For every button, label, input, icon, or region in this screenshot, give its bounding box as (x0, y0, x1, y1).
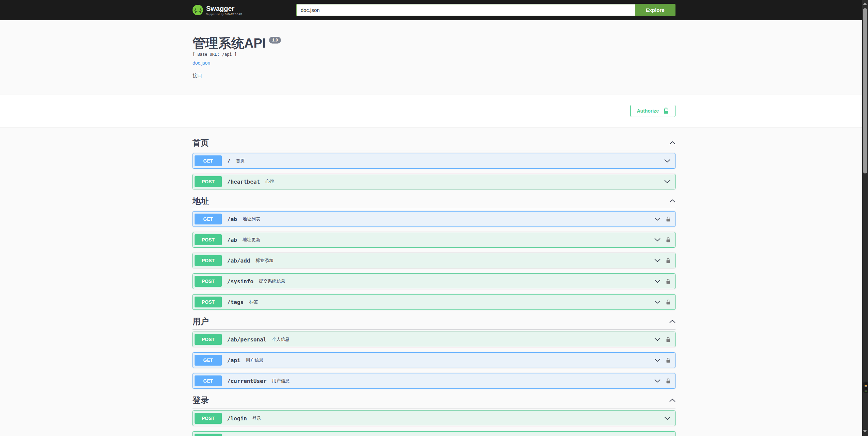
minimap-mark (865, 388, 867, 388)
endpoint-row[interactable]: POST/ab/personal个人信息 (193, 332, 675, 347)
chevron-up-icon[interactable] (669, 199, 675, 203)
chevron-down-icon[interactable] (654, 300, 661, 304)
endpoint-summary: 提交系统信息 (259, 278, 285, 284)
api-tag-section: 地址GET/ab地址列表POST/ab地址更新POST/ab/add标签添加PO… (193, 195, 675, 310)
lock-icon[interactable] (666, 299, 670, 305)
chevron-down-icon[interactable] (664, 159, 670, 163)
endpoint-path: /ab/personal (227, 336, 267, 343)
endpoint-path: /login (227, 415, 247, 422)
chevron-down-icon[interactable] (654, 259, 661, 262)
chevron-down-icon[interactable] (654, 238, 661, 241)
section-title: 登录 (193, 395, 209, 405)
scroll-up-arrow-icon[interactable] (863, 2, 867, 5)
endpoint-row[interactable]: POST/heartbeat心跳 (193, 174, 675, 189)
minimap-mark (865, 386, 867, 387)
method-badge: POST (195, 276, 222, 287)
spec-url-input[interactable] (296, 4, 635, 16)
scroll-down-arrow-icon[interactable] (863, 430, 867, 433)
lock-icon[interactable] (666, 378, 670, 384)
endpoint-row[interactable]: GET/api用户信息 (193, 352, 675, 368)
swagger-logo-icon: {…} (193, 5, 203, 15)
api-tag-section: 用户POST/ab/personal个人信息GET/api用户信息GET/cur… (193, 315, 675, 389)
lock-icon[interactable] (666, 357, 670, 363)
method-badge: POST (195, 334, 222, 345)
minimap-mark (865, 389, 867, 389)
chevron-up-icon[interactable] (669, 141, 675, 145)
method-badge: POST (195, 234, 222, 245)
api-title-row: 管理系统API 1.0 (193, 35, 675, 51)
brand-name: Swagger (206, 5, 243, 12)
page-title: 管理系统API (193, 35, 266, 51)
section-header[interactable]: 首页 (193, 136, 675, 151)
endpoint-path: /ab/add (227, 257, 250, 264)
endpoint-summary: 标签添加 (255, 257, 273, 264)
api-tag-section: 登录POST/login登录POST/login-out退出登录 (193, 394, 675, 436)
swagger-logo[interactable]: {…} Swagger Supported by SMARTBEAR (193, 5, 243, 15)
info-section: 管理系统API 1.0 [ Base URL: /api ] doc.json … (0, 20, 868, 95)
method-badge: GET (195, 375, 222, 386)
endpoint-path: /sysinfo (227, 278, 253, 285)
section-header[interactable]: 登录 (193, 394, 675, 408)
endpoint-path: /ab (227, 216, 237, 222)
method-badge: POST (195, 255, 222, 266)
endpoint-row[interactable]: POST/login登录 (193, 410, 675, 426)
endpoint-row[interactable]: POST/sysinfo提交系统信息 (193, 273, 675, 289)
explore-form: Explore (296, 4, 675, 16)
endpoint-row[interactable]: GET/首页 (193, 153, 675, 169)
chevron-up-icon[interactable] (669, 320, 675, 323)
section-title: 首页 (193, 138, 209, 148)
api-description: 接口 (193, 73, 675, 79)
endpoint-row[interactable]: GET/ab地址列表 (193, 211, 675, 227)
method-badge: GET (195, 355, 222, 366)
chevron-down-icon[interactable] (654, 338, 661, 341)
scroll-minimap-widget[interactable] (863, 382, 868, 393)
minimap-mark (865, 383, 867, 383)
endpoint-row[interactable]: POST/ab/add标签添加 (193, 253, 675, 268)
minimap-mark (865, 384, 867, 384)
base-url: [ Base URL: /api ] (193, 52, 675, 57)
endpoint-summary: 地址更新 (243, 237, 260, 243)
endpoint-path: / (227, 158, 231, 164)
chevron-down-icon[interactable] (654, 358, 661, 362)
version-badge: 1.0 (269, 37, 281, 44)
endpoint-summary: 用户信息 (246, 357, 264, 363)
method-badge: POST (195, 413, 222, 424)
lock-icon[interactable] (666, 258, 670, 264)
authorize-button[interactable]: Authorize (630, 105, 675, 117)
chevron-down-icon[interactable] (664, 417, 670, 420)
endpoint-row[interactable]: POST/tags标签 (193, 294, 675, 310)
topbar: {…} Swagger Supported by SMARTBEAR Explo… (0, 0, 868, 20)
endpoint-summary: 登录 (252, 415, 261, 421)
chevron-down-icon[interactable] (654, 379, 661, 383)
endpoint-summary: 用户信息 (272, 378, 290, 384)
scrollbar-thumb[interactable] (863, 8, 867, 173)
chevron-up-icon[interactable] (669, 399, 675, 402)
endpoint-row[interactable]: POST/login-out退出登录 (193, 431, 675, 436)
api-tag-section: 首页GET/首页POST/heartbeat心跳 (193, 136, 675, 189)
lock-icon[interactable] (666, 237, 670, 243)
section-header[interactable]: 用户 (193, 315, 675, 330)
chevron-down-icon[interactable] (654, 217, 661, 221)
braces-glyph: {…} (194, 8, 201, 12)
endpoint-row[interactable]: POST/ab地址更新 (193, 232, 675, 248)
api-operations: 首页GET/首页POST/heartbeat心跳地址GET/ab地址列表POST… (0, 127, 868, 436)
endpoint-summary: 心跳 (265, 179, 274, 185)
endpoint-path: /api (227, 357, 240, 364)
method-badge: POST (195, 434, 222, 436)
authorize-label: Authorize (637, 108, 659, 114)
lock-icon[interactable] (666, 216, 670, 222)
minimap-mark (865, 385, 867, 386)
scrollbar-track[interactable] (862, 0, 868, 436)
unlock-icon (663, 107, 669, 114)
lock-icon[interactable] (666, 279, 670, 284)
chevron-down-icon[interactable] (654, 280, 661, 283)
chevron-down-icon[interactable] (664, 180, 670, 183)
explore-button[interactable]: Explore (635, 4, 675, 16)
method-badge: POST (195, 176, 222, 187)
endpoint-summary: 个人信息 (272, 336, 290, 342)
section-header[interactable]: 地址 (193, 195, 675, 209)
lock-icon[interactable] (666, 337, 670, 342)
endpoint-row[interactable]: GET/currentUser用户信息 (193, 373, 675, 389)
spec-json-link[interactable]: doc.json (193, 60, 210, 66)
scheme-container: Authorize (0, 95, 868, 127)
